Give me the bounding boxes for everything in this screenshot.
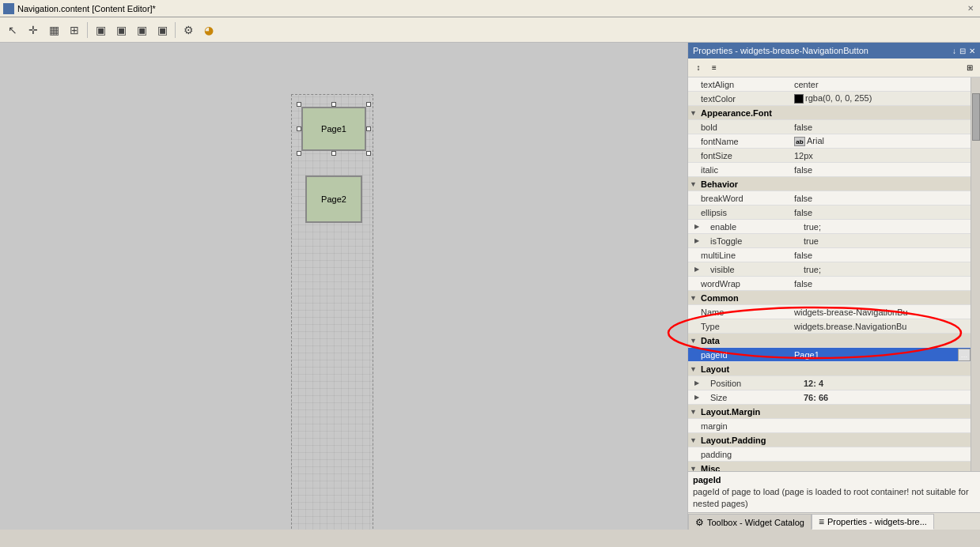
expand-layout[interactable]: ▼ xyxy=(688,365,698,373)
expand-layout-padding[interactable]: ▼ xyxy=(688,436,698,444)
prop-name-size: Size xyxy=(698,392,800,403)
expand-position[interactable]: ▶ xyxy=(688,379,698,387)
page1-widget-container[interactable]: Page1 xyxy=(299,104,369,153)
expand-misc[interactable]: ▼ xyxy=(688,465,698,472)
prop-cat-layout-padding: Layout.Padding xyxy=(698,435,800,446)
expand-visible[interactable]: ▶ xyxy=(688,266,698,273)
prop-row-layout-padding: ▼ Layout.Padding xyxy=(688,433,971,447)
prop-row-data-category: ▼ Data xyxy=(688,334,971,348)
prop-cat-layout: Layout xyxy=(698,364,800,375)
prop-value-isToggle[interactable]: true xyxy=(800,236,971,247)
page1-button[interactable]: Page1 xyxy=(301,107,366,151)
prop-value-size[interactable]: 76: 66 xyxy=(800,392,971,403)
prop-value-bold[interactable]: false xyxy=(791,122,971,133)
nav-widget-outer xyxy=(291,94,373,530)
component2-btn[interactable]: ▣ xyxy=(112,21,131,40)
prop-name-fontSize: fontSize xyxy=(688,150,791,161)
prop-row-pageId: pageId Page1 … xyxy=(688,348,971,362)
prop-row-enable: ▶ enable true; xyxy=(688,220,971,234)
prop-row-name: Name widgets-brease-NavigationBu xyxy=(688,305,971,319)
prop-sort-cat-btn[interactable]: ≡ xyxy=(707,61,721,75)
component4-btn[interactable]: ▣ xyxy=(153,21,172,40)
expand-layout-margin[interactable]: ▼ xyxy=(688,408,698,416)
prop-value-ellipsis[interactable]: false xyxy=(791,207,971,218)
prop-name-pageId: pageId xyxy=(688,349,791,360)
handle-br[interactable] xyxy=(366,151,371,156)
component1-btn[interactable]: ▣ xyxy=(91,21,110,40)
prop-value-margin[interactable] xyxy=(791,425,971,427)
prop-name-visible: visible xyxy=(698,264,800,275)
properties-close-icon[interactable]: ✕ xyxy=(969,47,975,55)
move-tool-btn[interactable]: ✛ xyxy=(24,21,43,40)
properties-tab-label: Properties - widgets-bre... xyxy=(827,517,927,526)
window-bar: Navigation.content [Content Editor]* ✕ xyxy=(0,0,980,17)
prop-value-pageId[interactable]: Page1 xyxy=(791,349,958,360)
prop-value-position[interactable]: 12: 4 xyxy=(800,378,971,389)
prop-name-wordWrap: wordWrap xyxy=(688,278,791,289)
prop-value-fontName[interactable]: abArial xyxy=(791,135,971,147)
prop-scrollbar[interactable] xyxy=(971,77,980,471)
settings-btn[interactable]: ⚙ xyxy=(179,21,198,40)
prop-sort-alpha-btn[interactable]: ↕ xyxy=(691,61,706,75)
align-tool-btn[interactable]: ⊞ xyxy=(65,21,84,40)
prop-row-appearance-font: ▼ Appearance.Font xyxy=(688,106,971,120)
expand-size[interactable]: ▶ xyxy=(688,394,698,401)
prop-name-textAlign: textAlign xyxy=(688,79,791,90)
prop-desc-title: pageId xyxy=(693,475,975,485)
prop-value-enable[interactable]: true; xyxy=(800,221,971,232)
prop-value-italic[interactable]: false xyxy=(791,164,971,175)
prop-name-type: Type xyxy=(688,321,791,332)
prop-cat-layout-margin: Layout.Margin xyxy=(698,406,800,417)
expand-enable[interactable]: ▶ xyxy=(688,223,698,230)
prop-value-multiLine[interactable]: false xyxy=(791,250,971,261)
prop-grid-btn[interactable]: ⊞ xyxy=(963,61,977,75)
prop-name-textColor: textColor xyxy=(688,93,791,104)
palette-btn[interactable]: ◕ xyxy=(199,21,218,40)
page2-label: Page2 xyxy=(321,194,346,204)
expand-data[interactable]: ▼ xyxy=(688,337,698,345)
window-icon xyxy=(3,3,14,14)
window-close-btn[interactable]: ✕ xyxy=(964,3,977,13)
chart-tool-btn[interactable]: ▦ xyxy=(44,21,63,40)
expand-behavior[interactable]: ▼ xyxy=(688,180,698,188)
tab-toolbox-widget-catalog[interactable]: ⚙ Toolbox - Widget Catalog xyxy=(688,514,812,530)
pageId-ellipsis-btn[interactable]: … xyxy=(958,349,971,361)
prop-row-type: Type widgets.brease.NavigationBu xyxy=(688,319,971,334)
prop-row-visible: ▶ visible true; xyxy=(688,262,971,277)
prop-scroll-thumb[interactable] xyxy=(972,93,980,141)
canvas-area[interactable]: Page1 Page2 xyxy=(0,43,687,530)
prop-row-textColor: textColor rgba(0, 0, 0, 255) xyxy=(688,92,971,106)
component3-btn[interactable]: ▣ xyxy=(132,21,151,40)
prop-name-margin: margin xyxy=(688,421,791,432)
prop-cat-data: Data xyxy=(698,335,800,346)
toolbar-separator-1 xyxy=(87,22,88,38)
handle-bc[interactable] xyxy=(331,151,336,156)
handle-mr[interactable] xyxy=(366,126,371,131)
handle-bl[interactable] xyxy=(297,151,301,156)
prop-value-breakWord[interactable]: false xyxy=(791,193,971,204)
expand-isToggle[interactable]: ▶ xyxy=(688,237,698,244)
prop-value-visible[interactable]: true; xyxy=(800,264,971,275)
prop-value-name[interactable]: widgets-brease-NavigationBu xyxy=(791,307,971,318)
properties-dock-icon[interactable]: ⊟ xyxy=(959,47,966,55)
page2-button[interactable]: Page2 xyxy=(305,175,362,223)
prop-value-padding[interactable] xyxy=(791,454,971,455)
expand-appearance-font[interactable]: ▼ xyxy=(688,109,698,117)
main-layout: Page1 Page2 Properties - widgets-brease-… xyxy=(0,43,980,530)
properties-pin-icon[interactable]: ↓ xyxy=(952,47,956,55)
prop-value-wordWrap[interactable]: false xyxy=(791,278,971,289)
prop-value-type[interactable]: widgets.brease.NavigationBu xyxy=(791,321,971,332)
prop-row-margin: margin xyxy=(688,419,971,433)
expand-common[interactable]: ▼ xyxy=(688,294,698,302)
prop-value-textAlign[interactable]: center xyxy=(791,79,971,90)
handle-tr[interactable] xyxy=(366,102,371,107)
prop-value-fontSize[interactable]: 12px xyxy=(791,150,971,161)
prop-cat-appearance-font: Appearance.Font xyxy=(698,108,800,119)
properties-header: Properties - widgets-brease-NavigationBu… xyxy=(688,43,980,58)
select-tool-btn[interactable]: ↖ xyxy=(3,21,22,40)
prop-name-breakWord: breakWord xyxy=(688,193,791,204)
prop-value-textColor[interactable]: rgba(0, 0, 0, 255) xyxy=(791,92,971,104)
prop-name-multiLine: multiLine xyxy=(688,250,791,261)
tab-properties-widgets[interactable]: ≡ Properties - widgets-bre... xyxy=(812,514,934,530)
prop-name-enable: enable xyxy=(698,221,800,232)
